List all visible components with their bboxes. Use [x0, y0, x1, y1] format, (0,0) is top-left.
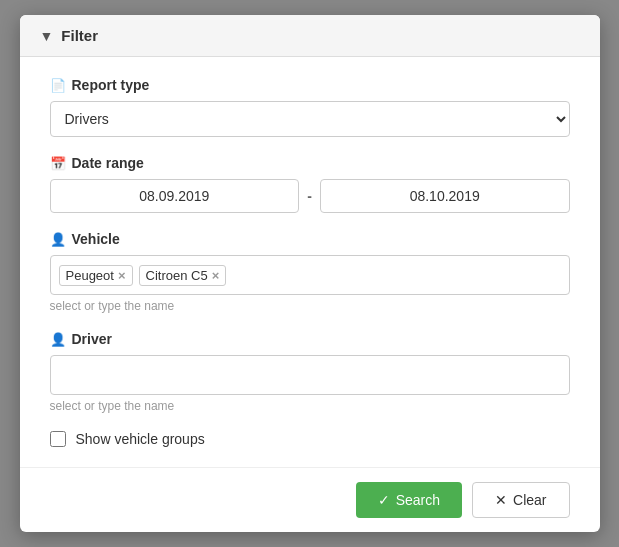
vehicle-label: 👤 Vehicle — [50, 231, 570, 247]
date-start-input[interactable] — [50, 179, 300, 213]
clear-button[interactable]: ✕ Clear — [472, 482, 569, 518]
modal-overlay: ▼ Filter 📄 Report type Drivers Vehicles … — [0, 0, 619, 547]
show-vehicle-groups-checkbox[interactable] — [50, 431, 66, 447]
driver-group: 👤 Driver select or type the name — [50, 331, 570, 413]
search-button[interactable]: ✓ Search — [356, 482, 462, 518]
vehicle-tag-citroen-label: Citroen C5 — [146, 268, 208, 283]
vehicle-tag-citroen-remove[interactable]: × — [212, 269, 220, 282]
clear-button-label: Clear — [513, 492, 546, 508]
date-range-row: - — [50, 179, 570, 213]
modal-body: 📄 Report type Drivers Vehicles Routes 📅 … — [20, 57, 600, 467]
modal-footer: ✓ Search ✕ Clear — [20, 467, 600, 532]
show-vehicle-groups-row: Show vehicle groups — [50, 431, 570, 447]
vehicle-tag-peugeot-label: Peugeot — [66, 268, 114, 283]
vehicle-hint: select or type the name — [50, 299, 570, 313]
modal-header: ▼ Filter — [20, 15, 600, 57]
vehicle-tag-input[interactable]: Peugeot × Citroen C5 × — [50, 255, 570, 295]
date-separator: - — [299, 188, 320, 204]
vehicle-tag-peugeot-remove[interactable]: × — [118, 269, 126, 282]
driver-input[interactable] — [50, 355, 570, 395]
modal-title: Filter — [61, 27, 98, 44]
vehicle-icon: 👤 — [50, 232, 66, 247]
report-type-select[interactable]: Drivers Vehicles Routes — [50, 101, 570, 137]
filter-modal: ▼ Filter 📄 Report type Drivers Vehicles … — [20, 15, 600, 532]
report-type-group: 📄 Report type Drivers Vehicles Routes — [50, 77, 570, 137]
driver-icon: 👤 — [50, 332, 66, 347]
driver-label: 👤 Driver — [50, 331, 570, 347]
driver-label-text: Driver — [72, 331, 112, 347]
calendar-icon: 📅 — [50, 156, 66, 171]
show-vehicle-groups-label[interactable]: Show vehicle groups — [76, 431, 205, 447]
driver-hint: select or type the name — [50, 399, 570, 413]
report-type-label: 📄 Report type — [50, 77, 570, 93]
filter-icon: ▼ — [40, 28, 54, 44]
vehicle-tag-citroen: Citroen C5 × — [139, 265, 227, 286]
date-end-input[interactable] — [320, 179, 570, 213]
clear-x-icon: ✕ — [495, 492, 507, 508]
date-range-group: 📅 Date range - — [50, 155, 570, 213]
search-check-icon: ✓ — [378, 492, 390, 508]
vehicle-label-text: Vehicle — [72, 231, 120, 247]
report-type-icon: 📄 — [50, 78, 66, 93]
vehicle-group: 👤 Vehicle Peugeot × Citroen C5 × select … — [50, 231, 570, 313]
date-range-label-text: Date range — [72, 155, 144, 171]
vehicle-tag-peugeot: Peugeot × — [59, 265, 133, 286]
search-button-label: Search — [396, 492, 440, 508]
report-type-label-text: Report type — [72, 77, 150, 93]
date-range-label: 📅 Date range — [50, 155, 570, 171]
